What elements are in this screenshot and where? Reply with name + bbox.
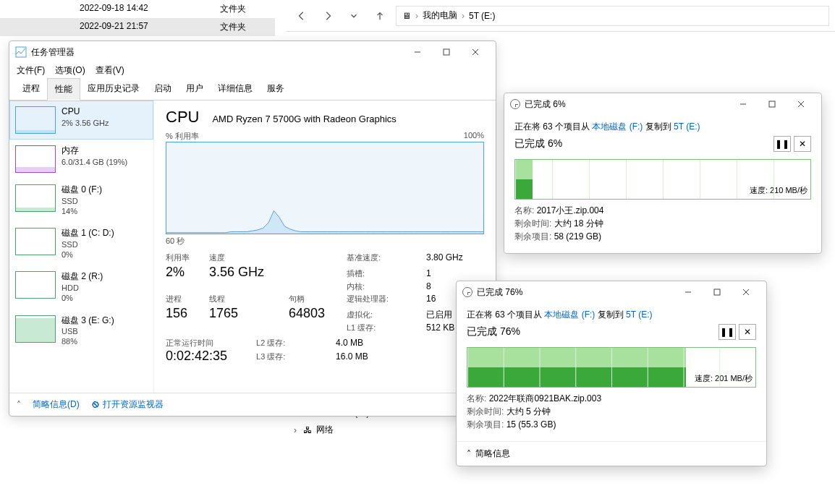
explorer-navbar: 🖥 › 我的电脑 › 5T (E:)	[286, 0, 835, 32]
tm-title: 任务管理器	[31, 46, 75, 59]
cpu-model: AMD Ryzen 7 5700G with Radeon Graphics	[212, 114, 396, 124]
file-row[interactable]: 2022-09-18 14:42文件夹	[0, 0, 275, 18]
nav-recent-button[interactable]	[344, 6, 364, 26]
breadcrumb-drive[interactable]: 5T (E:)	[469, 11, 495, 21]
stat-label: 利用率	[166, 252, 209, 263]
perf-card-disk[interactable]: 磁盘 0 (F:)SSD14%	[9, 179, 153, 222]
clock-icon	[510, 99, 520, 109]
tab-2[interactable]: 应用历史记录	[80, 78, 147, 100]
stat-label: 线程	[209, 294, 289, 304]
stat-label: 基准速度:	[347, 252, 426, 263]
file-name: 2022年联商0921BAK.zip.003	[489, 393, 601, 403]
graph-ymax: 100%	[464, 131, 484, 142]
stat-label: 句柄	[289, 294, 347, 304]
perf-card-disk[interactable]: 磁盘 1 (C: D:)SSD0%	[9, 222, 153, 265]
brief-info-link[interactable]: 简略信息(D)	[33, 398, 80, 411]
cpu-heading: CPU	[166, 108, 199, 127]
tm-titlebar[interactable]: 任务管理器	[9, 41, 496, 63]
nav-up-button[interactable]	[370, 6, 390, 26]
stat-label: L1 缓存:	[347, 323, 426, 333]
task-manager-window: 任务管理器 文件(F)选项(O)查看(V) 进程性能应用历史记录启动用户详细信息…	[9, 40, 496, 417]
perf-thumb	[15, 145, 56, 173]
pause-button[interactable]: ❚❚	[719, 324, 736, 340]
src-link[interactable]: 本地磁盘 (F:)	[592, 121, 643, 132]
open-resmon-link[interactable]: 🛇 打开资源监视器	[91, 398, 164, 411]
chevron-right-icon: ›	[292, 425, 299, 435]
svg-rect-10	[714, 289, 720, 295]
breadcrumb-root[interactable]: 我的电脑	[423, 9, 457, 22]
chevron-right-icon: ›	[462, 11, 465, 21]
minimize-button[interactable]	[674, 282, 703, 302]
perf-thumb	[15, 184, 56, 212]
perf-card-cpu[interactable]: CPU2% 3.56 GHz	[9, 101, 153, 140]
tab-1[interactable]: 性能	[47, 78, 80, 101]
tab-0[interactable]: 进程	[15, 78, 47, 100]
close-button[interactable]	[732, 282, 760, 302]
cancel-button[interactable]: ✕	[739, 324, 756, 340]
minimize-button[interactable]	[403, 42, 432, 62]
stat-value: 16.0 MB	[336, 351, 394, 364]
menu-item[interactable]: 文件(F)	[17, 64, 45, 77]
nav-back-button[interactable]	[292, 6, 312, 26]
minimize-button[interactable]	[729, 94, 758, 114]
dst-link[interactable]: 5T (E:)	[626, 309, 652, 320]
breadcrumb[interactable]: 🖥 › 我的电脑 › 5T (E:)	[396, 6, 829, 26]
stat-threads: 1765	[209, 306, 289, 321]
perf-thumb	[15, 271, 56, 299]
dst-link[interactable]: 5T (E:)	[674, 121, 700, 132]
perf-card-disk[interactable]: 磁盘 2 (R:)HDD0%	[9, 265, 153, 309]
maximize-button[interactable]	[432, 42, 461, 62]
time-remaining: 大约 18 分钟	[554, 218, 603, 228]
file-name: 2017小王.zip.004	[537, 205, 604, 215]
stat-label: 虚拟化:	[347, 309, 426, 320]
copy-dialog-1: 已完成 6% 正在将 63 个项目从 本地磁盘 (F:) 复制到 5T (E:)…	[504, 93, 822, 254]
tab-5[interactable]: 详细信息	[211, 78, 260, 100]
perf-main: CPU AMD Ryzen 7 5700G with Radeon Graphi…	[154, 101, 496, 393]
chevron-up-icon[interactable]: ˄	[17, 400, 21, 410]
completed-pct: 已完成 6%	[514, 137, 562, 150]
menu-item[interactable]: 选项(O)	[55, 64, 85, 77]
cancel-button[interactable]: ✕	[794, 136, 811, 152]
stat-label: 逻辑处理器:	[347, 294, 426, 304]
tab-4[interactable]: 用户	[179, 78, 211, 100]
tab-6[interactable]: 服务	[260, 78, 292, 100]
clock-icon	[462, 287, 472, 297]
stat-label: L3 缓存:	[256, 351, 336, 364]
copy-meta: 名称: 2022年联商0921BAK.zip.003 剩余时间: 大约 5 分钟…	[467, 392, 756, 431]
stat-util: 2%	[166, 265, 209, 280]
nav-forward-button[interactable]	[318, 6, 338, 26]
time-remaining: 大约 5 分钟	[506, 406, 551, 417]
completed-pct: 已完成 76%	[467, 325, 520, 338]
close-button[interactable]	[461, 42, 490, 62]
maximize-button[interactable]	[703, 282, 732, 302]
close-button[interactable]	[787, 94, 815, 114]
dlg-title-text: 已完成 6%	[525, 98, 566, 111]
copy-dialog-2: 已完成 76% 正在将 63 个项目从 本地磁盘 (F:) 复制到 5T (E:…	[456, 281, 767, 466]
tm-menubar: 文件(F)选项(O)查看(V)	[9, 63, 496, 78]
perf-thumb	[15, 106, 56, 134]
perf-card-disk[interactable]: 磁盘 3 (E: G:)USB88%	[9, 309, 153, 353]
tab-3[interactable]: 启动	[147, 78, 179, 100]
file-row[interactable]: 2022-09-21 21:57文件夹	[0, 18, 275, 36]
transfer-graph: 速度: 210 MB/秒	[514, 159, 811, 200]
cpu-graph	[166, 142, 484, 234]
items-remaining: 58 (219 GB)	[554, 231, 601, 242]
pc-icon: 🖥	[402, 11, 411, 21]
graph-xlabel: 60 秒	[166, 236, 484, 247]
pause-button[interactable]: ❚❚	[773, 136, 791, 152]
svg-rect-2	[444, 49, 449, 55]
stat-value: 3.80 GHz	[426, 252, 484, 262]
menu-item[interactable]: 查看(V)	[96, 64, 124, 77]
fewer-details-toggle[interactable]: ˄ 简略信息	[457, 441, 766, 466]
stat-proc: 156	[166, 306, 209, 321]
background-file-list: 2022-09-18 14:42文件夹2022-09-21 21:57文件夹	[0, 0, 275, 36]
cpu-stats: 利用率 速度 基准速度: 3.80 GHz 2% 3.56 GHz 插槽: 1 …	[166, 252, 484, 333]
perf-card-mem[interactable]: 内存6.0/31.4 GB (19%)	[9, 140, 153, 179]
dlg-title-text: 已完成 76%	[477, 286, 522, 299]
dlg-titlebar[interactable]: 已完成 76%	[457, 281, 766, 303]
dlg-titlebar[interactable]: 已完成 6%	[504, 93, 821, 115]
src-link[interactable]: 本地磁盘 (F:)	[544, 309, 595, 320]
maximize-button[interactable]	[758, 94, 787, 114]
chevron-up-icon: ˄	[467, 449, 471, 459]
tree-item[interactable]: ›🖧网络	[286, 421, 459, 439]
